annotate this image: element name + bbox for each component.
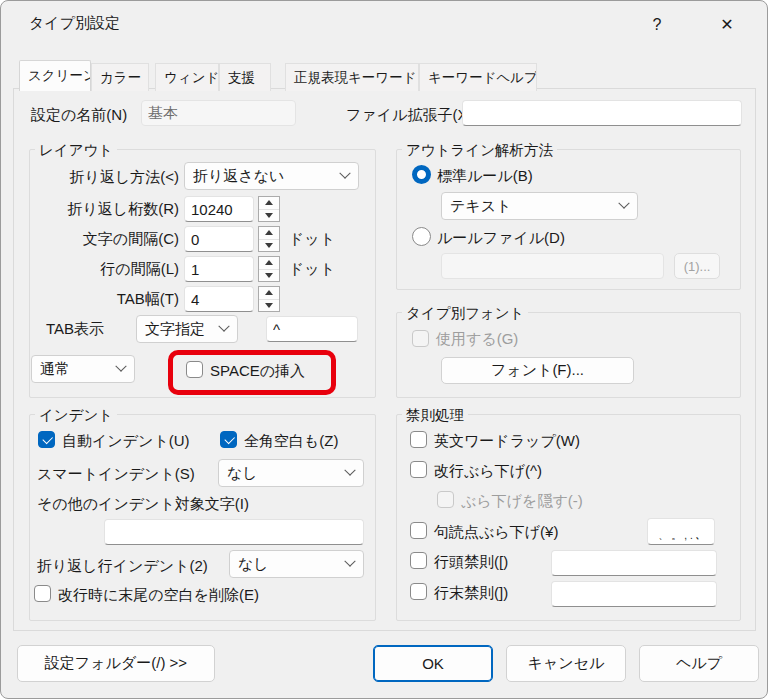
wrap-width-input[interactable]	[184, 196, 254, 222]
spin-down-button[interactable]	[259, 299, 279, 312]
ok-button[interactable]: OK	[373, 645, 493, 682]
tab-char-input[interactable]	[266, 316, 358, 342]
chevron-down-icon	[339, 168, 350, 179]
wrap-line-indent-combobox[interactable]: なし	[229, 550, 364, 578]
zenkaku-space-checkbox[interactable]	[220, 431, 237, 448]
settings-folder-button[interactable]: 設定フォルダー(/) >>	[17, 645, 215, 682]
tab-display-combobox[interactable]: 文字指定	[136, 315, 238, 343]
auto-indent-checkbox[interactable]	[38, 431, 55, 448]
help-icon[interactable]: ?	[639, 10, 675, 39]
spin-down-button[interactable]	[259, 269, 279, 282]
hanging-newline-checkbox[interactable]	[410, 461, 427, 478]
word-wrap-checkbox[interactable]	[410, 431, 427, 448]
space-insert-checkbox[interactable]	[186, 361, 203, 378]
wrap-width-label: 折り返し桁数(R)	[31, 200, 179, 219]
tab-color[interactable]: カラー	[91, 63, 149, 91]
smart-indent-combobox[interactable]: なし	[218, 459, 364, 487]
spin-up-button[interactable]	[259, 287, 279, 299]
use-font-label: 使用する(G)	[436, 330, 518, 349]
outline-rule-combobox[interactable]: テキスト	[441, 192, 638, 220]
tab-keyword-help[interactable]: キーワードヘルプ	[419, 63, 537, 91]
line-end-chars-input[interactable]	[551, 581, 717, 607]
font-button[interactable]: フォント(F)...	[441, 357, 634, 384]
tab-width-stepper	[258, 286, 280, 312]
line-spacing-input[interactable]	[184, 256, 254, 282]
tab-support[interactable]: 支援	[219, 63, 271, 91]
char-spacing-label: 文字の間隔(C)	[31, 230, 179, 249]
arrow-up-icon	[265, 230, 273, 235]
line-spacing-stepper	[258, 256, 280, 282]
mode-value: 通常	[40, 360, 70, 379]
tab-display-label: TAB表示	[46, 320, 104, 339]
indent-group-title: インデント	[35, 406, 117, 425]
rule-file-input[interactable]	[441, 253, 664, 279]
wrap-width-stepper	[258, 196, 280, 222]
chevron-down-icon	[618, 198, 629, 209]
rule-file-radio[interactable]	[412, 227, 431, 246]
char-spacing-stepper	[258, 226, 280, 252]
standard-rule-radio[interactable]	[412, 165, 431, 184]
line-end-kinsoku-label[interactable]: 行末禁則(])	[434, 584, 508, 603]
space-insert-label[interactable]: SPACEの挿入	[210, 362, 305, 381]
auto-indent-label[interactable]: 自動インデント(U)	[62, 432, 190, 451]
wrap-line-indent-label: 折り返し行インデント(2)	[37, 557, 208, 576]
close-icon[interactable]: ✕	[709, 10, 745, 39]
word-wrap-label[interactable]: 英文ワードラップ(W)	[434, 432, 580, 451]
hide-hanging-checkbox[interactable]	[437, 491, 454, 508]
spin-up-button[interactable]	[259, 257, 279, 269]
mode-combobox[interactable]: 通常	[31, 355, 135, 383]
hide-hanging-label: ぶら下げを隠す(-)	[461, 492, 583, 511]
char-spacing-input[interactable]	[184, 226, 254, 252]
punctuation-chars-input[interactable]	[647, 518, 715, 545]
layout-group-title: レイアウト	[35, 141, 117, 160]
setting-name-input[interactable]	[141, 100, 296, 126]
tab-width-input[interactable]	[184, 286, 254, 312]
chevron-down-icon	[115, 361, 126, 372]
kinsoku-group-title: 禁則処理	[402, 406, 468, 425]
rule-file-browse-button[interactable]: (1)...	[674, 253, 720, 279]
punctuation-hanging-checkbox[interactable]	[410, 522, 427, 539]
zenkaku-space-label[interactable]: 全角空白も(Z)	[244, 432, 339, 451]
line-head-chars-input[interactable]	[551, 550, 717, 576]
type-font-group	[396, 312, 741, 398]
dialog-title: タイプ別設定	[29, 14, 120, 33]
arrow-down-icon	[265, 303, 273, 308]
arrow-down-icon	[265, 213, 273, 218]
arrow-up-icon	[265, 200, 273, 205]
hanging-newline-label[interactable]: 改行ぶら下げ(^)	[434, 462, 542, 481]
wrap-method-combobox[interactable]: 折り返さない	[184, 162, 359, 190]
tab-bar: スクリーン カラー ウィンドウ 支援 正規表現キーワード キーワードヘルプ	[19, 60, 537, 91]
punctuation-hanging-label[interactable]: 句読点ぶら下げ(¥)	[434, 523, 558, 542]
arrow-down-icon	[265, 273, 273, 278]
type-settings-dialog: タイプ別設定 ? ✕ スクリーン カラー ウィンドウ 支援 正規表現キーワード …	[0, 0, 768, 699]
outline-rule-value: テキスト	[450, 197, 511, 216]
standard-rule-label[interactable]: 標準ルール(B)	[437, 167, 533, 186]
title-bar: タイプ別設定 ? ✕	[1, 1, 767, 47]
help-button[interactable]: ヘルプ	[639, 645, 759, 682]
tab-screen[interactable]: スクリーン	[19, 60, 91, 91]
line-head-kinsoku-label[interactable]: 行頭禁則([)	[434, 553, 508, 572]
file-ext-input[interactable]	[462, 100, 742, 126]
setting-name-label: 設定の名前(N)	[31, 106, 127, 125]
arrow-up-icon	[265, 290, 273, 295]
trim-trailing-space-checkbox[interactable]	[34, 585, 51, 602]
tab-regex-keyword[interactable]: 正規表現キーワード	[285, 63, 419, 91]
chevron-down-icon	[344, 465, 355, 476]
tab-display-value: 文字指定	[145, 320, 205, 339]
spin-up-button[interactable]	[259, 227, 279, 239]
smart-indent-value: なし	[227, 464, 258, 483]
trim-trailing-space-label[interactable]: 改行時に末尾の空白を削除(E)	[58, 586, 259, 605]
chevron-down-icon	[344, 556, 355, 567]
wrap-method-label: 折り返し方法(<)	[31, 168, 179, 187]
cancel-button[interactable]: キャンセル	[506, 645, 626, 682]
rule-file-label[interactable]: ルールファイル(D)	[437, 229, 565, 248]
line-head-kinsoku-checkbox[interactable]	[410, 552, 427, 569]
tab-window[interactable]: ウィンドウ	[155, 63, 219, 91]
spin-up-button[interactable]	[259, 197, 279, 209]
type-font-group-title: タイプ別フォント	[402, 304, 528, 323]
other-indent-chars-input[interactable]	[104, 519, 364, 545]
spin-down-button[interactable]	[259, 239, 279, 252]
use-font-checkbox[interactable]	[412, 330, 429, 347]
spin-down-button[interactable]	[259, 209, 279, 222]
line-end-kinsoku-checkbox[interactable]	[410, 583, 427, 600]
